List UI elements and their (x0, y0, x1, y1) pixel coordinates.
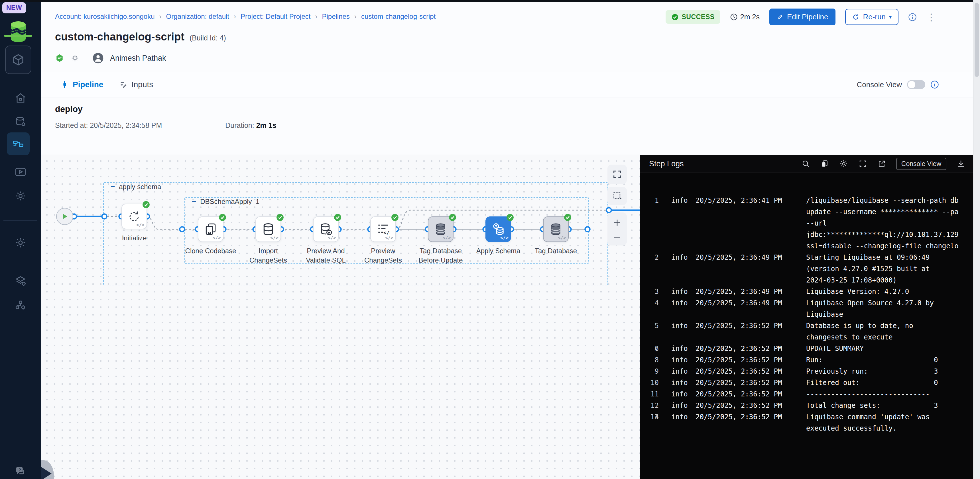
step-label: Import ChangeSets (241, 246, 295, 265)
step-yaml-icon: </> (500, 235, 509, 240)
log-line-number: 10 (640, 377, 659, 389)
title-row: custom-changelog-script (Build Id: 4) (55, 31, 226, 43)
database-devops-logo-icon[interactable] (8, 21, 28, 43)
sidebar-item-settings[interactable] (0, 231, 41, 255)
log-line: 8info20/5/2025, 2:36:52 PMRun: 0 (640, 354, 973, 366)
log-line-number: 1 (640, 195, 659, 206)
search-icon[interactable] (802, 160, 810, 168)
info-icon[interactable] (931, 80, 939, 89)
success-badge-icon (506, 214, 514, 221)
console-view-toggle-row: Console View (857, 72, 939, 97)
tab-inputs[interactable]: Inputs (119, 72, 153, 97)
chevron-down-icon: ▾ (889, 14, 892, 20)
sidebar-item-database-gear[interactable] (0, 110, 41, 134)
zoom-in-button[interactable] (612, 218, 622, 227)
log-level: info (671, 377, 688, 389)
success-badge-icon (276, 214, 284, 221)
log-message: Liquibase Version: 4.27.0 (806, 286, 973, 297)
log-message: Liquibase Open Source 4.27.0 by Liquibas… (806, 297, 973, 320)
pipeline-graph-canvas[interactable]: − apply schema − DBSchemaApply_1 </>Init… (41, 155, 640, 479)
rerun-label: Re-run (863, 13, 885, 21)
settings-icon (14, 236, 27, 249)
breadcrumb-item[interactable]: custom-changelog-script (361, 13, 436, 21)
sidebar-item-executions[interactable] (0, 160, 41, 184)
download-icon[interactable] (957, 160, 965, 168)
sidebar-item-home[interactable] (0, 86, 41, 110)
log-level: info (671, 252, 688, 263)
step-yaml-icon: </> (558, 235, 566, 240)
pipeline-step-tag-database[interactable]: </> (543, 216, 569, 242)
tab-pipeline-label: Pipeline (73, 80, 103, 89)
pipeline-step-import-changesets[interactable]: </> (255, 216, 281, 242)
log-line-number: 12 (640, 400, 659, 411)
info-icon[interactable] (908, 13, 917, 21)
pipeline-step-clone-codebase[interactable]: </> (198, 216, 223, 242)
console-view-toggle[interactable] (907, 80, 925, 89)
sidebar-item-module-cube[interactable] (5, 46, 31, 74)
copy-icon[interactable] (820, 160, 829, 168)
log-timestamp: 20/5/2025, 2:36:52 PM (695, 354, 782, 366)
expand-fullscreen-icon[interactable] (859, 160, 867, 168)
success-badge-icon (219, 214, 226, 221)
left-nav-sidebar: NEW ? (0, 0, 41, 479)
pipeline-settings-gear-icon[interactable] (70, 54, 80, 63)
log-level: info (671, 354, 688, 366)
edit-pipeline-button[interactable]: Edit Pipeline (769, 8, 836, 25)
log-message: Run: 0 (806, 354, 973, 366)
breadcrumb-item[interactable]: Account: kurosakiichigo.songoku (55, 13, 155, 21)
database-gear-icon (14, 116, 27, 128)
avatar (92, 52, 104, 64)
sidebar-expand-arrow[interactable] (41, 467, 53, 479)
page-header: Account: kurosakiichigo.songoku›Organiza… (41, 2, 973, 155)
success-badge-icon (334, 214, 342, 221)
sidebar-item-settings-thin[interactable] (0, 184, 41, 208)
start-node[interactable] (56, 208, 73, 225)
help-button[interactable]: ? (0, 460, 41, 479)
open-external-icon[interactable] (877, 160, 886, 168)
log-timestamp: 20/5/2025, 2:36:52 PM (695, 320, 782, 331)
log-message: /liquibase/liquibase --search-path db up… (806, 195, 973, 252)
sidebar-item-layers-gear[interactable] (0, 270, 41, 293)
page-scrollbar[interactable] (973, 0, 980, 479)
log-line-number: 11 (640, 389, 659, 400)
toggle-knob (908, 81, 915, 88)
pipeline-step-preview-and-validate-sql[interactable]: </> (313, 216, 339, 242)
tab-pipeline[interactable]: Pipeline (61, 72, 103, 97)
step-logs-title: Step Logs (649, 160, 684, 168)
step-yaml-icon: </> (443, 235, 451, 240)
sidebar-item-pipelines[interactable] (7, 132, 30, 155)
breadcrumb-item[interactable]: Project: Default Project (240, 13, 310, 21)
pencil-icon (777, 14, 784, 21)
scrollbar-thumb[interactable] (975, 3, 979, 77)
pipeline-step-apply-schema[interactable]: </> (485, 216, 511, 242)
breadcrumb-item[interactable]: Pipelines (322, 13, 350, 21)
gear-icon[interactable] (839, 159, 848, 168)
kebab-menu-icon[interactable]: ⋮ (926, 11, 936, 23)
clone-icon (204, 222, 218, 236)
refresh-icon (127, 209, 142, 224)
pipeline-step-tag-database-before-update[interactable]: </> (428, 216, 453, 242)
tab-inputs-label: Inputs (131, 80, 153, 89)
fullscreen-canvas-button[interactable] (608, 165, 627, 184)
sidebar-item-network-gear[interactable] (0, 293, 41, 317)
breadcrumb-item[interactable]: Organization: default (166, 13, 229, 21)
window-top-strip (0, 0, 980, 2)
database-filled-icon (549, 222, 563, 236)
marquee-select-button[interactable] (608, 187, 627, 205)
pipeline-step-preview-changesets[interactable]: </></> (370, 216, 396, 242)
log-line: 11info20/5/2025, 2:36:52 PM-------------… (640, 389, 973, 400)
rerun-button[interactable]: Re-run ▾ (845, 9, 899, 25)
log-line-number: 8 (640, 354, 659, 366)
stage-name: deploy (55, 104, 83, 114)
pipeline-step-initialize[interactable]: </> (121, 204, 147, 229)
log-timestamp: 20/5/2025, 2:36:52 PM (695, 343, 782, 354)
status-text: SUCCESS (682, 13, 714, 21)
log-line-number: 2 (640, 252, 659, 263)
zoom-out-button[interactable] (612, 236, 622, 240)
console-view-button[interactable]: Console View (896, 158, 947, 170)
trigger-author: Animesh Pathak (110, 54, 166, 63)
log-line-number: 3 (640, 286, 659, 297)
log-message: Database is up to date, no changesets to… (806, 320, 973, 343)
zoom-controls (608, 213, 627, 246)
log-timestamp: 20/5/2025, 2:36:52 PM (695, 400, 782, 411)
